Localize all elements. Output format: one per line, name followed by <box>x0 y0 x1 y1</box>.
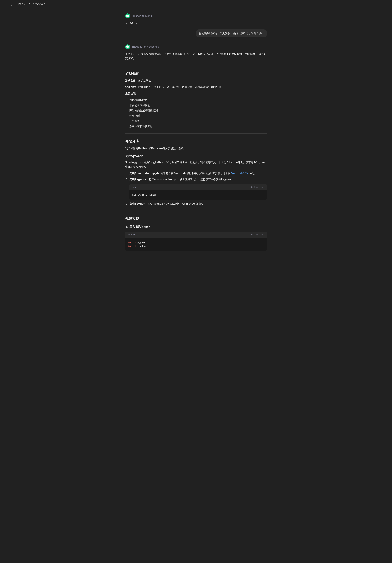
section3-heading: 代码实现 <box>125 216 267 222</box>
list-item: 收集金币 <box>129 114 267 118</box>
python-code-header: python ⧉ Copy code <box>125 231 267 238</box>
edit-button[interactable] <box>10 2 14 7</box>
spyder-desc: Spyder是一款功能强大的Python IDE，集成了编辑器、控制台、调试器等… <box>125 160 267 169</box>
page-indicator: 2/2 <box>130 21 133 25</box>
list-item: 游戏结束和重新开始 <box>129 124 267 129</box>
thought-toggle[interactable]: Thought for 7 seconds ∨ <box>132 45 161 49</box>
svg-rect-2 <box>4 5 7 5</box>
assistant-avatar-2 <box>125 44 130 49</box>
list-item: 启动Spyder：在Anaconda Navigator中，找到Spyder并启… <box>129 202 267 206</box>
divider-2 <box>125 133 267 134</box>
titlebar: ChatGPT o1-preview ∨ <box>0 0 392 8</box>
message-container: Finished thinking ‹ 2/2 › 你还能帮我编写一些更复杂一点… <box>118 8 274 259</box>
list-item: 角色移动和跳跃 <box>129 98 267 102</box>
intro-paragraph: 当然可以！我很高兴帮助你编写一个更复杂的小游戏。接下来，我将为你设计一个简单的平… <box>125 52 267 61</box>
features-list: 角色移动和跳跃 平台的生成和移动 障碍物的生成和碰撞检测 收集金币 计分系统 游… <box>125 98 267 129</box>
thought-header: Thought for 7 seconds ∨ <box>125 43 267 52</box>
model-name: ChatGPT o1-preview <box>17 2 43 6</box>
copy-label: Copy code <box>253 186 263 188</box>
sidebar-toggle-button[interactable] <box>3 2 8 7</box>
game-name-para: 游戏名称：超级跳跃者 <box>125 78 267 83</box>
list-item: 障碍物的生成和碰撞检测 <box>129 108 267 113</box>
copy-label-2: Copy code <box>253 234 263 236</box>
copy-code-button[interactable]: ⧉ Copy code <box>250 186 264 189</box>
finished-thinking-text: Finished thinking <box>131 14 152 18</box>
code-sub-heading: 1. 导入库和初始化 <box>125 224 267 230</box>
list-item: 安装Pygame：打开Anaconda Prompt（或者使用终端），运行以下命… <box>129 177 267 199</box>
bash-code-block: bash ⧉ Copy code pip install pygame <box>129 184 267 200</box>
user-message-wrapper: 你还能帮我编写一些更复杂一点的小游戏吗，你自己设计 <box>125 26 267 40</box>
copy-python-button[interactable]: ⧉ Copy code <box>250 233 264 236</box>
list-item: 平台的生成和移动 <box>129 103 267 108</box>
code-lang-label: bash <box>132 185 137 189</box>
prev-page-button[interactable]: ‹ <box>125 21 128 25</box>
python-code-content: import pygame import random <box>125 238 267 251</box>
main-features-label: 主要功能： <box>125 91 267 96</box>
svg-rect-1 <box>4 4 7 4</box>
user-message: 你还能帮我编写一些更复杂一点的小游戏吗，你自己设计 <box>196 29 267 38</box>
game-goal-para: 游戏目标：控制角色在平台上跳跃，避开障碍物，收集金币，尽可能获得更高的分数。 <box>125 85 267 90</box>
bash-code-content: pip install pygame <box>129 191 267 200</box>
section1-heading: 游戏概述 <box>125 71 267 77</box>
finished-thinking-label: Finished thinking <box>125 12 267 20</box>
chevron-down-icon: ∨ <box>44 2 46 6</box>
copy-icon: ⧉ <box>251 186 253 188</box>
response-content: 当然可以！我很高兴帮助你编写一个更复杂的小游戏。接下来，我将为你设计一个简单的平… <box>125 52 267 251</box>
assistant-avatar <box>125 13 130 18</box>
spyder-heading: 使用Spyder <box>125 154 267 159</box>
code-block-header: bash ⧉ Copy code <box>129 184 267 191</box>
pagination: ‹ 2/2 › <box>125 20 267 26</box>
list-item: 安装Anaconda：Spyder通常包含在Anaconda发行版中。如果你还没… <box>129 171 267 176</box>
thought-label-text: Thought for 7 seconds <box>132 45 159 49</box>
assistant-message: Thought for 7 seconds ∨ 当然可以！我很高兴帮助你编写一个… <box>125 40 267 256</box>
next-page-button[interactable]: › <box>135 21 138 25</box>
dev-env-desc: 我们将使用Python和Pygame库来开发这个游戏。 <box>125 146 267 151</box>
python-code-block: python ⧉ Copy code import pygame import … <box>125 231 267 251</box>
section2-heading: 开发环境 <box>125 139 267 144</box>
main-content: Finished thinking ‹ 2/2 › 你还能帮我编写一些更复杂一点… <box>118 8 274 273</box>
python-lang-label: python <box>128 233 135 237</box>
spyder-steps: 安装Anaconda：Spyder通常包含在Anaconda发行版中。如果你还没… <box>125 171 267 206</box>
model-selector[interactable]: ChatGPT o1-preview ∨ <box>17 2 46 6</box>
svg-rect-0 <box>4 3 7 3</box>
anaconda-link[interactable]: Anaconda官网 <box>231 172 249 175</box>
copy-icon-2: ⧉ <box>251 234 253 236</box>
list-item: 计分系统 <box>129 119 267 123</box>
thought-chevron-icon: ∨ <box>160 45 161 48</box>
